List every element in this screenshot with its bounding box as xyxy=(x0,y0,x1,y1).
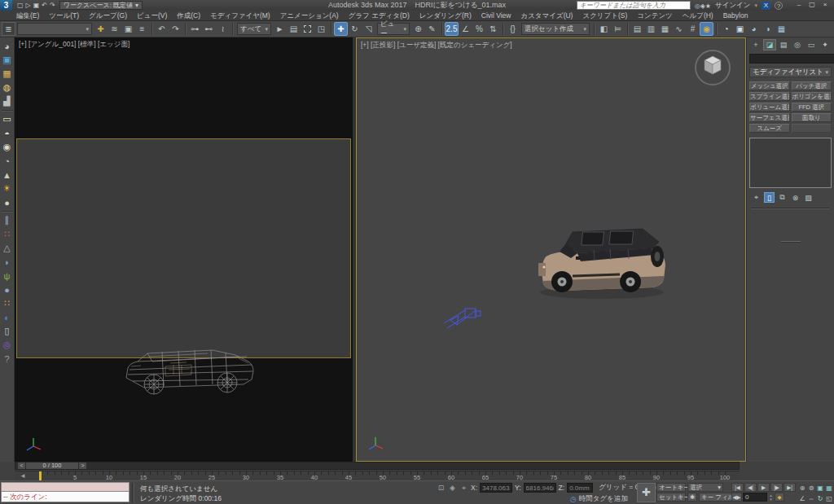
offset-mode-transform-typein-button[interactable]: ✚ xyxy=(637,483,656,502)
frame-spinner[interactable]: ▴▾ xyxy=(768,493,774,502)
menu-item-3[interactable]: ビュー(V) xyxy=(132,11,172,20)
play-button[interactable]: ▶ xyxy=(757,483,770,492)
redo-icon[interactable]: ↷ xyxy=(50,2,55,9)
next-frame-slider-button[interactable]: > xyxy=(79,462,86,469)
time-tag[interactable]: ◷ 時間タグを追加 xyxy=(570,494,628,504)
mini-trackbar-icon[interactable]: ◄ xyxy=(20,472,26,480)
zoom-extents-button[interactable]: ▣ xyxy=(816,483,824,493)
object-name-field[interactable] xyxy=(749,54,834,64)
camera-icon[interactable]: ▟ xyxy=(1,94,14,108)
edit-named-sets-icon[interactable]: {} xyxy=(506,22,520,36)
render-iterative-icon[interactable]: ◑ xyxy=(761,22,775,36)
percent-snap-icon[interactable]: % xyxy=(472,22,486,36)
zoom-extents-all-button[interactable]: ▦ xyxy=(825,483,833,493)
modifier-set-button-0-0[interactable]: メッシュ選択 xyxy=(749,81,790,90)
align-icon[interactable]: ⊨ xyxy=(611,22,625,36)
previous-frame-slider-button[interactable]: < xyxy=(18,462,25,469)
open-file-icon[interactable]: ▷ xyxy=(26,2,31,9)
curve-editor-icon[interactable]: ∿ xyxy=(672,22,686,36)
undo-icon[interactable]: ↶ xyxy=(42,2,47,9)
bind-to-space-warp-icon[interactable]: ≀ xyxy=(216,22,230,36)
layer-states-icon[interactable]: ≡ xyxy=(135,22,149,36)
pin-stack-icon[interactable]: ⌖ xyxy=(751,192,762,203)
camera-viewport[interactable]: [+] [アングル_001] [標準] [エッジ面] xyxy=(15,37,353,462)
select-and-link-icon[interactable]: ⊶ xyxy=(188,22,202,36)
render-a360-icon[interactable]: ▦ xyxy=(775,22,788,36)
app-logo[interactable]: 3 xyxy=(0,0,12,11)
grass-icon[interactable]: ψ xyxy=(1,269,14,283)
menu-item-8[interactable]: レンダリング(R) xyxy=(415,11,476,20)
go-to-start-button[interactable]: |◀ xyxy=(731,483,744,492)
named-sets-dropdown[interactable]: 選択セット作成▾ xyxy=(521,23,590,35)
menu-item-9[interactable]: Civil View xyxy=(476,11,516,20)
minimize-button[interactable]: – xyxy=(793,1,805,10)
angle-snap-icon[interactable]: ∠ xyxy=(459,22,472,36)
layer-explorer-icon[interactable]: ▥ xyxy=(644,22,658,36)
key-mode-icon[interactable]: ✱ xyxy=(687,493,697,502)
use-pivot-center-icon[interactable]: ⊕ xyxy=(411,22,425,36)
listener-pane[interactable]: -- 次のライン: xyxy=(1,492,129,502)
menu-item-5[interactable]: モディファイヤ(M) xyxy=(205,11,275,20)
menu-item-12[interactable]: コンテンツ xyxy=(632,11,678,20)
create-new-layer-icon[interactable]: ✚ xyxy=(94,22,108,36)
sphere-box-icon[interactable]: ◐ xyxy=(1,310,14,324)
menu-item-14[interactable]: Babylon xyxy=(718,11,753,20)
key-filters-button[interactable]: キー フィルタ... xyxy=(699,493,735,502)
maxscript-mini-listener[interactable]: -- 次のライン: xyxy=(1,482,129,503)
selection-filter-dropdown[interactable]: すべて▾ xyxy=(237,23,271,35)
go-to-end-button[interactable]: ▶| xyxy=(784,483,796,492)
scene-explorer-toggle-icon[interactable]: ≣ xyxy=(2,22,15,36)
close-button[interactable]: × xyxy=(819,1,831,10)
auto-key-button[interactable]: オートキー xyxy=(656,483,686,492)
rendered-frame-icon[interactable]: ▣ xyxy=(733,22,747,36)
remove-modifier-icon[interactable]: ⊗ xyxy=(790,192,801,203)
menu-item-0[interactable]: 編集(E) xyxy=(11,11,44,20)
modifier-set-button-1-1[interactable]: ポリゴンを選択 xyxy=(792,92,832,101)
plugin-icon[interactable]: ◎ xyxy=(1,338,14,352)
window-crossing-icon[interactable]: ◳ xyxy=(314,22,328,36)
exchange-icon[interactable]: X xyxy=(762,2,770,10)
modifier-set-button-3-0[interactable]: サーフェス選択 xyxy=(749,113,790,122)
camera-gizmo[interactable] xyxy=(439,304,485,330)
signin-button[interactable]: サインイン xyxy=(715,1,751,11)
modifier-list-dropdown[interactable]: モディファイヤリスト ▾ xyxy=(749,67,832,77)
schematic-view-icon[interactable]: # xyxy=(686,22,700,36)
menu-item-11[interactable]: スクリプト(S) xyxy=(577,11,632,20)
rain-icon[interactable]: ∥ xyxy=(1,213,14,227)
redo-icon[interactable]: ↷ xyxy=(169,22,182,36)
camera-viewport-label[interactable]: [+] [アングル_001] [標準] [エッジ面] xyxy=(19,40,129,50)
rock-icon[interactable]: ◗ xyxy=(1,255,14,269)
teapot-primitive-icon[interactable]: ◔ xyxy=(1,154,14,168)
menu-item-1[interactable]: ツール(T) xyxy=(44,11,84,20)
tab-hierarchy[interactable]: ▤ xyxy=(777,39,790,50)
spinner-snap-icon[interactable]: ⇅ xyxy=(486,22,500,36)
environment-icon[interactable]: ▣ xyxy=(1,53,14,67)
show-end-result-icon[interactable]: ▯ xyxy=(764,192,775,203)
next-frame-button[interactable]: |▶ xyxy=(770,483,783,492)
sphere-primitive-icon[interactable]: ● xyxy=(1,195,14,209)
render-teapot-icon[interactable]: ◕ xyxy=(1,39,14,53)
cone-primitive-icon[interactable]: ▲ xyxy=(1,168,14,182)
search-input[interactable] xyxy=(577,1,691,10)
hemisphere-primitive-icon[interactable]: ◓ xyxy=(1,126,14,140)
new-key-tangent-button[interactable]: ◆ xyxy=(775,493,784,502)
selected-dropdown[interactable]: 選択 ▾ xyxy=(687,483,723,492)
modifier-set-button-1-0[interactable]: スプライン選択 xyxy=(749,92,790,101)
modifier-set-button-2-0[interactable]: ボリューム選択 xyxy=(749,103,790,112)
x-coordinate-field[interactable] xyxy=(480,483,512,493)
ref-coord-dropdown[interactable]: ビュー▾ xyxy=(377,23,410,35)
select-and-move-icon[interactable]: ✚ xyxy=(334,22,348,36)
tab-display[interactable]: ▭ xyxy=(805,39,818,50)
sun-icon[interactable]: ☀ xyxy=(1,182,14,195)
key-mode-toggle-button[interactable]: ◀▶ xyxy=(731,493,742,502)
tab-utilities[interactable]: ✦ xyxy=(819,39,832,50)
select-object-icon[interactable]: ► xyxy=(273,22,287,36)
atoms-icon[interactable]: ∷ xyxy=(1,227,14,241)
save-file-icon[interactable]: ▣ xyxy=(33,2,40,9)
modifier-stack-list[interactable] xyxy=(749,138,832,188)
snaps-toggle-icon[interactable]: 2.5 xyxy=(445,22,459,36)
menu-item-7[interactable]: グラフ エディタ(D) xyxy=(344,11,415,20)
tab-create[interactable]: + xyxy=(749,39,762,50)
select-and-scale-icon[interactable]: ◹ xyxy=(362,22,375,36)
zoom-button[interactable]: ⊕ xyxy=(798,483,806,493)
